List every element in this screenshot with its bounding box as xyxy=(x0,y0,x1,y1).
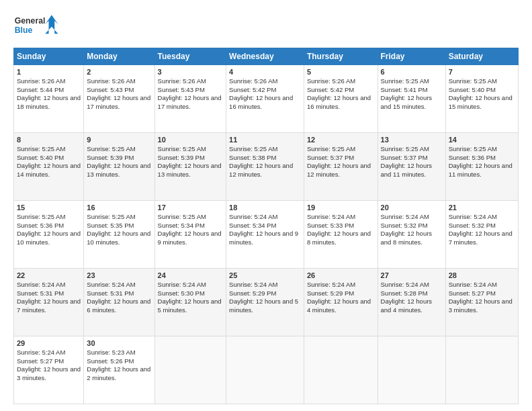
calendar-cell: 11Sunrise: 5:25 AMSunset: 5:38 PMDayligh… xyxy=(226,133,304,201)
calendar-table: SundayMondayTuesdayWednesdayThursdayFrid… xyxy=(13,48,519,404)
day-info: Daylight: 12 hours and 7 minutes. xyxy=(17,298,81,315)
calendar-cell: 3Sunrise: 5:26 AMSunset: 5:43 PMDaylight… xyxy=(154,65,226,133)
day-info: Daylight: 12 hours and 5 minutes. xyxy=(229,298,301,315)
day-number: 18 xyxy=(229,203,301,213)
day-info: Sunrise: 5:23 AM xyxy=(87,349,151,357)
calendar-cell: 21Sunrise: 5:24 AMSunset: 5:32 PMDayligh… xyxy=(445,201,518,269)
calendar-cell: 4Sunrise: 5:26 AMSunset: 5:42 PMDaylight… xyxy=(226,65,304,133)
calendar-cell: 12Sunrise: 5:25 AMSunset: 5:37 PMDayligh… xyxy=(304,133,378,201)
calendar-cell: 29Sunrise: 5:24 AMSunset: 5:27 PMDayligh… xyxy=(14,336,84,404)
day-info: Daylight: 12 hours and 13 minutes. xyxy=(87,162,151,179)
day-info: Daylight: 12 hours and 17 minutes. xyxy=(158,94,224,111)
calendar-cell xyxy=(154,336,226,404)
day-info: Sunset: 5:26 PM xyxy=(87,357,151,366)
day-info: Sunset: 5:39 PM xyxy=(87,154,151,163)
day-info: Sunrise: 5:24 AM xyxy=(87,281,151,289)
day-info: Sunrise: 5:25 AM xyxy=(158,213,224,222)
day-number: 22 xyxy=(17,271,81,281)
calendar-cell xyxy=(304,336,378,404)
day-info: Sunrise: 5:26 AM xyxy=(87,77,151,86)
calendar-cell: 25Sunrise: 5:24 AMSunset: 5:29 PMDayligh… xyxy=(226,269,304,336)
day-info: Sunset: 5:42 PM xyxy=(229,86,301,95)
day-info: Sunset: 5:37 PM xyxy=(381,154,443,163)
day-info: Daylight: 12 hours and 4 minutes. xyxy=(307,298,375,315)
day-info: Sunset: 5:34 PM xyxy=(229,222,301,230)
calendar-cell xyxy=(445,336,518,404)
day-number: 14 xyxy=(449,135,515,145)
page: General Blue SundayMondayTuesdayWednesda… xyxy=(0,0,532,411)
day-number: 12 xyxy=(307,135,375,145)
calendar-cell: 6Sunrise: 5:25 AMSunset: 5:41 PMDaylight… xyxy=(378,65,445,133)
day-info: Sunset: 5:44 PM xyxy=(17,86,81,95)
day-info: Sunrise: 5:24 AM xyxy=(449,281,515,289)
day-info: Sunrise: 5:25 AM xyxy=(307,145,375,154)
day-number: 27 xyxy=(381,271,443,281)
calendar-row-3: 22Sunrise: 5:24 AMSunset: 5:31 PMDayligh… xyxy=(14,269,519,336)
day-info: Daylight: 12 hours and 12 minutes. xyxy=(229,162,301,179)
calendar-cell: 2Sunrise: 5:26 AMSunset: 5:43 PMDaylight… xyxy=(84,65,154,133)
calendar-cell: 23Sunrise: 5:24 AMSunset: 5:31 PMDayligh… xyxy=(84,269,154,336)
header-cell-tuesday: Tuesday xyxy=(154,48,226,65)
calendar-cell xyxy=(226,336,304,404)
calendar-cell: 27Sunrise: 5:24 AMSunset: 5:28 PMDayligh… xyxy=(378,269,445,336)
day-info: Daylight: 12 hours and 5 minutes. xyxy=(158,298,224,315)
day-info: Sunset: 5:40 PM xyxy=(17,154,81,163)
calendar-cell: 14Sunrise: 5:25 AMSunset: 5:36 PMDayligh… xyxy=(445,133,518,201)
day-info: Sunrise: 5:25 AM xyxy=(17,145,81,154)
day-info: Daylight: 12 hours and 16 minutes. xyxy=(229,94,301,111)
day-number: 6 xyxy=(381,67,443,77)
day-number: 7 xyxy=(449,67,515,77)
day-number: 21 xyxy=(449,203,515,213)
day-number: 10 xyxy=(158,135,224,145)
day-info: Sunrise: 5:24 AM xyxy=(307,281,375,289)
day-info: Sunset: 5:43 PM xyxy=(87,86,151,95)
day-info: Daylight: 12 hours and 6 minutes. xyxy=(87,298,151,315)
day-info: Sunrise: 5:25 AM xyxy=(381,77,443,86)
calendar-row-0: 1Sunrise: 5:26 AMSunset: 5:44 PMDaylight… xyxy=(14,65,519,133)
day-info: Sunrise: 5:25 AM xyxy=(158,145,224,154)
day-number: 11 xyxy=(229,135,301,145)
day-info: Daylight: 12 hours and 9 minutes. xyxy=(158,230,224,247)
day-info: Daylight: 12 hours and 4 minutes. xyxy=(381,298,443,315)
day-info: Sunrise: 5:24 AM xyxy=(381,213,443,222)
calendar-cell: 20Sunrise: 5:24 AMSunset: 5:32 PMDayligh… xyxy=(378,201,445,269)
svg-text:General: General xyxy=(15,16,46,26)
calendar-row-4: 29Sunrise: 5:24 AMSunset: 5:27 PMDayligh… xyxy=(14,336,519,404)
day-number: 16 xyxy=(87,203,151,213)
calendar-cell: 24Sunrise: 5:24 AMSunset: 5:30 PMDayligh… xyxy=(154,269,226,336)
day-info: Sunrise: 5:25 AM xyxy=(449,145,515,154)
calendar-cell: 1Sunrise: 5:26 AMSunset: 5:44 PMDaylight… xyxy=(14,65,84,133)
calendar-body: 1Sunrise: 5:26 AMSunset: 5:44 PMDaylight… xyxy=(14,65,519,404)
calendar-cell: 19Sunrise: 5:24 AMSunset: 5:33 PMDayligh… xyxy=(304,201,378,269)
day-number: 2 xyxy=(87,67,151,77)
day-number: 26 xyxy=(307,271,375,281)
day-number: 19 xyxy=(307,203,375,213)
day-number: 17 xyxy=(158,203,224,213)
day-info: Sunset: 5:39 PM xyxy=(158,154,224,163)
day-info: Daylight: 12 hours and 15 minutes. xyxy=(449,94,515,111)
day-info: Sunset: 5:29 PM xyxy=(307,289,375,298)
day-info: Sunset: 5:34 PM xyxy=(158,222,224,230)
calendar-cell: 15Sunrise: 5:25 AMSunset: 5:36 PMDayligh… xyxy=(14,201,84,269)
calendar-cell: 22Sunrise: 5:24 AMSunset: 5:31 PMDayligh… xyxy=(14,269,84,336)
day-info: Sunset: 5:36 PM xyxy=(17,222,81,230)
header: General Blue xyxy=(13,11,519,41)
day-info: Sunrise: 5:24 AM xyxy=(229,213,301,222)
day-number: 28 xyxy=(449,271,515,281)
header-cell-friday: Friday xyxy=(378,48,445,65)
day-info: Daylight: 12 hours and 15 minutes. xyxy=(381,94,443,111)
day-info: Sunset: 5:38 PM xyxy=(229,154,301,163)
day-info: Daylight: 12 hours and 8 minutes. xyxy=(381,230,443,247)
header-row: SundayMondayTuesdayWednesdayThursdayFrid… xyxy=(14,48,519,65)
day-info: Sunset: 5:41 PM xyxy=(381,86,443,95)
day-number: 20 xyxy=(381,203,443,213)
day-info: Daylight: 12 hours and 16 minutes. xyxy=(307,94,375,111)
header-cell-monday: Monday xyxy=(84,48,154,65)
day-info: Sunset: 5:27 PM xyxy=(449,289,515,298)
day-info: Daylight: 12 hours and 2 minutes. xyxy=(87,365,151,383)
day-info: Daylight: 12 hours and 8 minutes. xyxy=(307,230,375,247)
day-info: Sunrise: 5:25 AM xyxy=(229,145,301,154)
day-info: Daylight: 12 hours and 9 minutes. xyxy=(229,230,301,247)
day-info: Sunrise: 5:26 AM xyxy=(229,77,301,86)
calendar-cell: 7Sunrise: 5:25 AMSunset: 5:40 PMDaylight… xyxy=(445,65,518,133)
